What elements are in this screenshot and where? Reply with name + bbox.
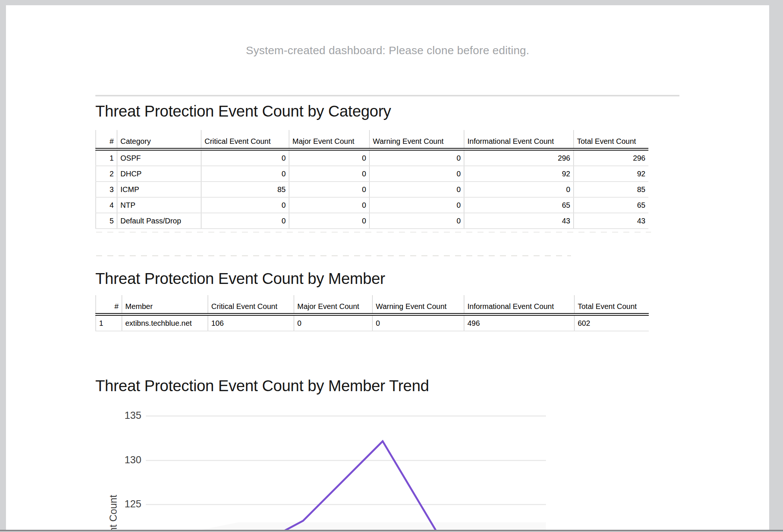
table-cell: 43 (464, 213, 574, 229)
table-cell: 65 (574, 197, 648, 213)
column-header: Informational Event Count (464, 130, 574, 149)
member-table-body: 1extibns.techblue.net10600496602 (96, 315, 649, 331)
y-tick-label: 130 (111, 454, 141, 466)
table-cell: 92 (574, 166, 648, 182)
table-cell: NTP (117, 197, 201, 213)
table-row: 1extibns.techblue.net10600496602 (96, 315, 649, 331)
trend-line (280, 441, 438, 530)
table-cell: 0 (294, 315, 372, 331)
table-cell: 0 (369, 213, 464, 229)
table-cell: 0 (201, 213, 289, 229)
table-cell: 602 (574, 315, 649, 331)
table-row: 5Default Pass/Drop0004343 (96, 213, 648, 229)
table-cell: 296 (574, 149, 648, 166)
table-cell: 85 (201, 182, 289, 197)
table-cell: ICMP (117, 182, 201, 197)
column-header: Total Event Count (574, 130, 648, 149)
table-cell: 0 (289, 166, 369, 182)
faded-artifact-row (96, 232, 651, 233)
system-dashboard-notice: System-created dashboard: Please clone b… (6, 44, 769, 57)
member-table: #MemberCritical Event CountMajor Event C… (95, 295, 649, 331)
subtle-area-shading (198, 522, 546, 530)
screenshot-canvas: { "notice": "System-created dashboard: P… (0, 0, 783, 532)
table-cell: 0 (201, 197, 289, 213)
column-header: Category (117, 130, 201, 149)
table-row: 3ICMP8500085 (96, 182, 648, 197)
y-tick-label: 135 (111, 410, 141, 421)
table-cell: 0 (372, 315, 464, 331)
chart-y-axis-label: Event Count (108, 495, 119, 530)
section-title-trend: Threat Protection Event Count by Member … (95, 378, 429, 394)
section-divider (95, 95, 679, 96)
table-cell: OSPF (117, 149, 201, 166)
column-header: Informational Event Count (464, 295, 574, 315)
column-header: Critical Event Count (208, 295, 294, 315)
column-header: Total Event Count (574, 295, 649, 315)
table-cell: 85 (574, 182, 648, 197)
table-cell: 92 (464, 166, 574, 182)
faded-artifact-row (96, 255, 571, 256)
table-cell: 43 (574, 213, 648, 229)
category-table: #CategoryCritical Event CountMajor Event… (95, 130, 648, 229)
table-cell: 0 (369, 166, 464, 182)
table-row: 2DHCP0009292 (96, 166, 648, 182)
table-cell: 296 (464, 149, 574, 166)
member-table-header: #MemberCritical Event CountMajor Event C… (96, 295, 649, 315)
table-cell: 0 (369, 149, 464, 166)
column-header: Critical Event Count (201, 130, 289, 149)
column-header: Warning Event Count (369, 130, 464, 149)
table-cell: 106 (208, 315, 294, 331)
table-cell: 0 (369, 182, 464, 197)
table-cell: 5 (96, 213, 117, 229)
table-cell: extibns.techblue.net (122, 315, 208, 331)
column-header: Major Event Count (294, 295, 372, 315)
category-table-header: #CategoryCritical Event CountMajor Event… (96, 130, 648, 149)
screenshot-bottom-edge (0, 530, 783, 531)
table-cell: 65 (464, 197, 574, 213)
table-cell: 0 (464, 182, 574, 197)
table-cell: 4 (96, 197, 117, 213)
section-title-category: Threat Protection Event Count by Categor… (95, 103, 391, 120)
table-cell: 0 (289, 149, 369, 166)
table-cell: 0 (289, 182, 369, 197)
trend-line-plot (146, 404, 546, 530)
column-header: # (96, 295, 122, 315)
column-header: Warning Event Count (372, 295, 464, 315)
table-cell: 0 (289, 197, 369, 213)
section-title-member: Threat Protection Event Count by Member (95, 270, 385, 287)
report-page: System-created dashboard: Please clone b… (6, 5, 769, 530)
table-cell: Default Pass/Drop (117, 213, 201, 229)
table-row: 1OSPF000296296 (96, 149, 648, 166)
table-cell: 0 (289, 213, 369, 229)
table-cell: 2 (96, 166, 117, 182)
table-row: 4NTP0006565 (96, 197, 648, 213)
column-header: # (96, 130, 117, 149)
table-cell: DHCP (117, 166, 201, 182)
category-table-body: 1OSPF0002962962DHCP00092923ICMP85000854N… (96, 149, 648, 229)
table-cell: 0 (201, 149, 289, 166)
column-header: Member (122, 295, 208, 315)
table-cell: 1 (96, 149, 117, 166)
table-cell: 0 (369, 197, 464, 213)
column-header: Major Event Count (289, 130, 369, 149)
table-cell: 1 (96, 315, 122, 331)
table-cell: 0 (201, 166, 289, 182)
table-cell: 496 (464, 315, 574, 331)
table-cell: 3 (96, 182, 117, 197)
